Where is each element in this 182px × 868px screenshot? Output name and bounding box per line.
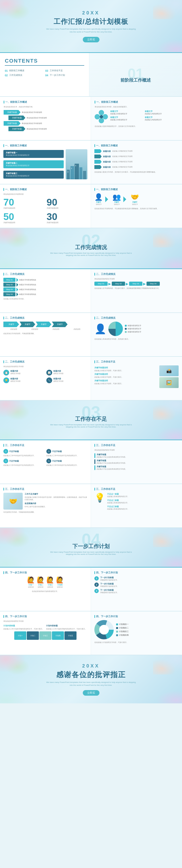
- slide9-note: 在此输入补充说明文字内容。: [3, 298, 87, 300]
- floral-decoration-bl: [0, 38, 29, 52]
- slide-16: 三、工作存在不足 单击此处添加内容文字说明 关键字标题 此处输入不足之处的具体说…: [91, 440, 182, 484]
- people-hands-row: 🙋 计划一 说明内容 🙋 计划二 说明内容 🙋 计划三 说明内容 🙋 计划四 说…: [3, 576, 87, 588]
- final-subtitle: We have many PowerPoint templates that h…: [45, 681, 137, 687]
- plan-items: 1 下一步计划标题 详细说明计划内容文字。 2 下一步计划标题 详细说明计划内容…: [95, 576, 179, 594]
- pentagon-chart: [95, 620, 114, 639]
- slide4-extra: 在此处输入您的详细说明文字，支持多行文字内容展示。: [95, 125, 178, 128]
- svg-rect-6: [71, 168, 72, 169]
- slide-21: 四、下一步工作计划 单击此处添加说明文字内容 计划内容标题 此处输入工作计划的详…: [0, 611, 91, 655]
- blue-card-1: 关键字标题一 单击此处添加文字内容说明文字: [3, 150, 64, 158]
- stats-grid: 70 关键字标题说明 90 关键字标题说明 50 关键字标题说明 30 关键字标…: [3, 197, 87, 224]
- svg-rect-3: [79, 167, 82, 179]
- slide-8: 一、前阶段工作概述 👤 关键字 说明文字 👥 关键字 说明文字 🤝: [91, 184, 182, 228]
- slide17-content: 🤝 工作不足关键字 在此处输入该项工作存在的不足内容，说明原因和影响，以便后续改…: [3, 493, 87, 509]
- svg-rect-4: [83, 171, 86, 179]
- slide14-image-cards: 📸 🖼️: [159, 365, 179, 388]
- slide-6: 一、前阶段工作概述 标题内容 此处输入详细内容文字说明 标题内容 此处输入详细内…: [91, 141, 182, 184]
- contents-grid: 01 前阶段工作概述 03 工作存在不足 02 工作完成情况 04 下一步工作计…: [5, 69, 84, 77]
- row-1: 一、前阶段工作概述 单击此处添加文本，此处仅作排版示例。 关键字标题 单击此处添…: [0, 97, 182, 141]
- sec2-header-e: 二、工作完成情况: [3, 360, 87, 364]
- sec2-header-c: 二、工作完成情况: [3, 316, 87, 320]
- row-4: 二、工作完成情况 Step 01 标题文字内容说明此处 Step 02 标题文字…: [0, 269, 182, 313]
- final-floral-tr: [153, 655, 182, 675]
- slide-13: 二、工作完成情况 单击此处添加说明文字内容 📋 标题内容 说明文字内容 📊 标题…: [0, 357, 91, 400]
- slide-12: 二、工作完成情况 👤 标题内容说明文字 标题内容说明文字 标: [91, 313, 182, 356]
- divider4-floral-bl: [0, 552, 29, 567]
- stat-90: 90 关键字标题说明: [47, 197, 87, 209]
- people-icons: 👤 关键字 说明文字 👥 关键字 说明文字 🤝 关键字 说明文字: [95, 193, 179, 206]
- icon-item-4: 🔧 标题内容 说明文字内容: [46, 377, 87, 383]
- slide-17: 三、工作存在不足 🤝 工作不足关键字 在此处输入该项工作存在的不足内容，说明原因…: [0, 484, 91, 527]
- arrow-tag-1: [95, 149, 102, 153]
- title-button[interactable]: 立即买: [83, 37, 100, 42]
- cycle-pentagon: 计划一 计划二 计划三 计划四 计划五: [3, 631, 87, 640]
- slide22-text: 在此处输入计划说明文字内容，可多行展示。: [95, 641, 179, 644]
- title-year: 20XX: [45, 10, 137, 16]
- arrow-tag-4: [95, 165, 102, 169]
- clover-item-4: 标题文字 此处输入内容说明文字: [145, 116, 178, 121]
- list-item-4: 标题内容 此处输入详细内容文字说明: [95, 165, 179, 169]
- slide12-text: 在此处输入具体说明文字内容，支持多行展示。: [95, 338, 179, 340]
- slide19-note: 在此处添加具体计划内容说明文字。: [3, 590, 87, 593]
- step-row-2: Step 02 标题文字内容说明此处: [3, 283, 87, 287]
- floral-decoration-tr: [153, 0, 182, 19]
- slide-4: 一、前阶段工作概述 单击此处添加文本内容，此处仅供排版展示。 标题文字 此处输入…: [91, 97, 182, 140]
- clover-item-3: 标题文字 此处输入内容说明文字: [110, 116, 144, 121]
- contents-heading: CONTENTS: [5, 58, 84, 66]
- divider2-floral-tr: [153, 228, 182, 247]
- slide18-content: 💡 不足点一标题 此处输入具体说明内容文字。 不足点二标题 此处输入具体说明内容…: [95, 493, 179, 510]
- row-10: 四、下一步工作计划 单击此处添加说明文字内容 计划内容标题 此处输入工作计划的详…: [0, 611, 182, 655]
- final-floral-br: [153, 689, 182, 703]
- sec4-header-b: 四、下一步工作计划: [95, 571, 179, 574]
- step-row-3: Step 03 标题文字内容说明此处: [3, 287, 87, 291]
- sec3-header-c: 三、工作存在不足: [3, 488, 87, 491]
- stat-30: 30 关键字标题说明: [47, 212, 87, 224]
- achain-4: 关键字: [52, 321, 68, 327]
- arrow-tag-3: [95, 160, 102, 164]
- row-7: 三、工作存在不足 ⚠ 不足字标题 此处输入工作中存在的不足内容说明文字。 ⚠ 不…: [0, 440, 182, 484]
- sec1-header-e: 一、前阶段工作概述: [3, 188, 87, 191]
- divider3-floral-br: [153, 425, 182, 439]
- plan-2: 2 下一步计划标题 详细说明计划内容文字。: [95, 583, 179, 588]
- sec2-header-d: 二、工作完成情况: [95, 316, 179, 320]
- divider4-floral-br: [153, 552, 182, 567]
- contents-item-1: 01 前阶段工作概述: [5, 69, 44, 72]
- floral-decoration-br: [153, 38, 182, 52]
- stat-50: 50 关键字标题说明: [3, 212, 44, 224]
- people-hand-4: 🙋 计划四 说明内容: [56, 576, 64, 588]
- achain-1: 关键字: [3, 321, 19, 327]
- sec1-header-c: 一、前阶段工作概述: [3, 144, 87, 147]
- title-subtitle: We have many PowerPoint templates that h…: [45, 28, 137, 33]
- pie-chart: [108, 321, 123, 336]
- sec4-header-a: 四、下一步工作计划: [3, 571, 87, 574]
- divider2-floral-br: [153, 254, 182, 269]
- clover-icon: [95, 110, 108, 123]
- divider-4: 04 下一步工作计划 We have many PowerPoint templ…: [0, 528, 182, 567]
- final-title: 感谢各位的批评指正: [45, 670, 137, 680]
- people-hand-1: 🙋 计划一 说明内容: [27, 576, 35, 588]
- blue-card-2: 关键字标题三 单击此处添加文字内容说明文字: [3, 170, 64, 179]
- row-9: 四、下一步工作计划 🙋 计划一 说明内容 🙋 计划二 说明内容 🙋 计划三 说明…: [0, 567, 182, 611]
- shortage-2: ⚠ 不足字标题 此处输入工作中存在的不足内容说明文字。: [46, 449, 87, 457]
- final-button[interactable]: 立即买: [83, 690, 100, 696]
- arrow-4-text: 单击此处添加文字内容说明: [27, 128, 87, 130]
- arrow-3-text: 单击此处添加文字内容说明: [22, 122, 87, 125]
- sec1-header-a: 一、前阶段工作概述: [4, 100, 87, 104]
- teal-card-1: 关键字标题二 单击此处添加文字内容说明文字: [3, 160, 64, 168]
- divider-2: 02 工作完成情况 We have many PowerPoint templa…: [0, 228, 182, 269]
- row-6: 二、工作完成情况 单击此处添加说明文字内容 📋 标题内容 说明文字内容 📊 标题…: [0, 357, 182, 401]
- arrow-4: 关键字标题: [8, 127, 25, 131]
- slide10-text: 在此处输入文字说明内容，可以多行展示，支持根据需要调整文字数量和内容表述方式。: [95, 287, 179, 289]
- arrow-2-text: 单击此处添加文字内容说明: [27, 117, 87, 119]
- stepbox-1: Step 01: [95, 282, 108, 286]
- icon-item-2: 📊 标题内容 说明文字内容: [46, 370, 87, 375]
- slide-final: 20XX 感谢各位的批评指正 We have many PowerPoint t…: [0, 655, 182, 703]
- sec2-header-b: 二、工作完成情况: [95, 273, 179, 276]
- contents-panel: CONTENTS 01 前阶段工作概述 03 工作存在不足 02 工作完成情况 …: [0, 53, 89, 96]
- divider-3: 03 工作存在不足 We have many PowerPoint templa…: [0, 401, 182, 440]
- person-2: 👥 关键字 说明文字: [112, 193, 121, 206]
- slide-11: 二、工作完成情况 关键字 关键字 关键字 关键字 内容说明 内容说明 内容说明 …: [0, 313, 91, 356]
- slide17-text: 工作不足关键字 在此处输入该项工作存在的不足内容，说明原因和影响，以便后续改进。…: [25, 493, 87, 509]
- clover-item-1: 标题文字 此处输入内容说明文字: [110, 110, 144, 115]
- slide-22: 四、下一步工作计划 计划项目一 计划项目二: [91, 611, 182, 655]
